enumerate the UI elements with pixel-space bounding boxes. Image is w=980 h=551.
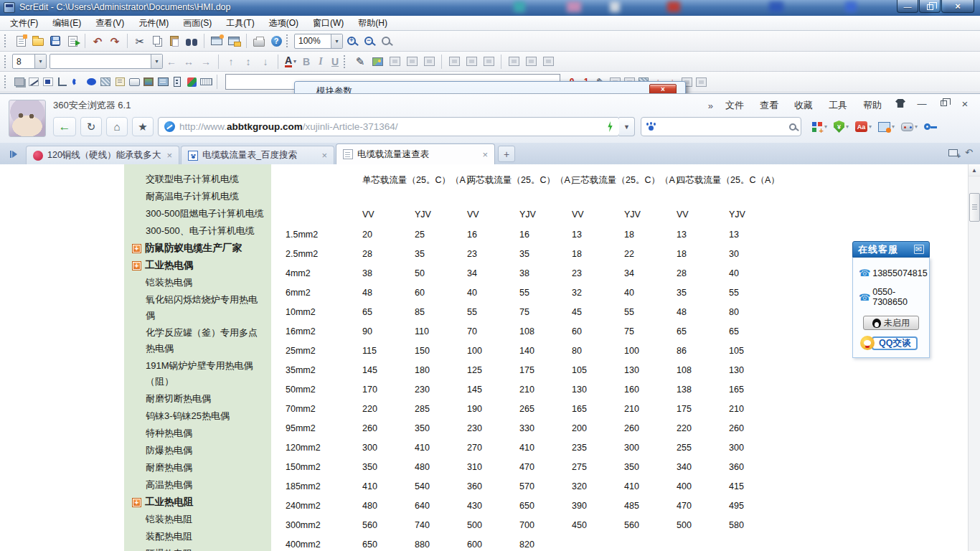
- tab-close-icon[interactable]: ×: [482, 149, 488, 160]
- envelope-icon[interactable]: ✉: [914, 245, 924, 254]
- sidebar-item[interactable]: +工业热电偶: [124, 258, 271, 273]
- select-tool-button[interactable]: [12, 73, 27, 90]
- search-input[interactable]: [659, 121, 786, 132]
- cut-button[interactable]: ✂: [131, 32, 149, 50]
- screlit-close-button[interactable]: ×: [941, 0, 974, 13]
- restore-closed-tab-icon[interactable]: ↶: [965, 147, 973, 158]
- polyline-tool-button[interactable]: [55, 73, 70, 90]
- dictionary-extension-button[interactable]: Aa▾: [855, 121, 872, 132]
- url-text[interactable]: http://www.abbtkgroup.com/xujinli-Articl…: [179, 121, 603, 132]
- chevron-down-icon[interactable]: ▾: [824, 123, 827, 130]
- screenshot-extension-button[interactable]: ▾: [878, 122, 895, 132]
- sidebar-item[interactable]: 耐磨切断热电偶: [124, 391, 271, 407]
- sidebar-item[interactable]: 特种热电偶: [124, 425, 271, 441]
- skin-button[interactable]: [890, 96, 911, 110]
- draw-line-button[interactable]: ✎: [352, 53, 369, 70]
- cs-panel-header[interactable]: 在线客服 ✉: [852, 241, 930, 258]
- window-button-2[interactable]: [694, 73, 708, 90]
- redo-button[interactable]: ↷: [106, 32, 123, 50]
- sidebar-item[interactable]: 191M锅炉炉壁专用热电偶（阻）: [124, 358, 271, 390]
- sidebar-item[interactable]: 隔爆热电阻: [124, 546, 271, 551]
- new-file-button[interactable]: [12, 32, 29, 50]
- browser-tab[interactable]: 电缆载流量表_百度搜索×: [181, 146, 334, 164]
- browser-restore-button[interactable]: [933, 96, 954, 110]
- line-tool-button[interactable]: [27, 73, 41, 90]
- align-obj-left-button[interactable]: [446, 53, 463, 70]
- undo-button[interactable]: ↶: [89, 32, 106, 50]
- screlit-menu-item[interactable]: 窗口(W): [306, 16, 351, 30]
- help-button[interactable]: ?: [268, 32, 285, 50]
- browser-menu-item[interactable]: 收藏: [788, 98, 819, 113]
- italic-button[interactable]: I: [314, 53, 328, 70]
- sidebar-item[interactable]: 钨铼3-钨铼25热电偶: [124, 408, 271, 424]
- refresh-button[interactable]: ↻: [80, 117, 102, 136]
- color-tool-button[interactable]: [184, 73, 199, 90]
- sidebar-item[interactable]: 交联型电子计算机电缆: [124, 171, 271, 187]
- same-width-button[interactable]: [505, 53, 522, 70]
- same-size-button[interactable]: [540, 53, 557, 70]
- search-magnifier-icon[interactable]: [789, 123, 796, 131]
- toolbar-grip[interactable]: [344, 55, 348, 68]
- sidebar-item[interactable]: 耐高温电子计算机电缆: [124, 189, 271, 204]
- scroll-up-button[interactable]: ▲: [969, 164, 980, 176]
- picture-tool-button[interactable]: [141, 73, 156, 90]
- sidebar-item[interactable]: +工业热电阻: [124, 494, 271, 510]
- align-obj-center-button[interactable]: [463, 53, 480, 70]
- chevron-down-icon[interactable]: ▾: [915, 123, 918, 130]
- export-button[interactable]: [64, 32, 81, 50]
- browser-close-button[interactable]: ×: [954, 96, 976, 110]
- user-avatar[interactable]: [9, 100, 46, 137]
- underline-button[interactable]: U: [328, 53, 342, 70]
- align-left-button[interactable]: ←: [163, 53, 180, 70]
- copy-button[interactable]: [149, 32, 166, 50]
- screlit-menu-item[interactable]: 选项(O): [262, 16, 306, 30]
- keyboard-tool-button[interactable]: [199, 73, 213, 90]
- font-color-button[interactable]: A▾: [282, 53, 299, 70]
- find-button[interactable]: [183, 32, 200, 50]
- tag-tool-button[interactable]: [113, 73, 127, 90]
- tab-list-button[interactable]: [6, 147, 22, 161]
- sidebar-item[interactable]: 铠装热电偶: [124, 275, 271, 291]
- sidebar-item[interactable]: 化学反应罐（釜）专用多点热电偶: [124, 325, 271, 357]
- chevron-down-icon[interactable]: ▾: [331, 34, 342, 48]
- screlit-restore-button[interactable]: [919, 0, 941, 13]
- chevron-down-icon[interactable]: ▾: [846, 123, 849, 130]
- align-right-button[interactable]: →: [197, 53, 215, 70]
- qq-offline-button[interactable]: 未启用: [863, 316, 919, 330]
- sidebar-item[interactable]: 300-500、电子计算机电缆: [124, 223, 271, 239]
- tab-close-icon[interactable]: ×: [321, 150, 327, 161]
- size-to-fit-button[interactable]: [386, 53, 403, 70]
- toolbar-grip[interactable]: [286, 34, 291, 47]
- chevron-down-icon[interactable]: ▾: [869, 123, 872, 130]
- toolbar-grip[interactable]: [4, 34, 9, 47]
- toolbar-grip[interactable]: [4, 75, 9, 88]
- same-height-button[interactable]: [522, 53, 540, 70]
- back-button[interactable]: ←: [53, 117, 76, 136]
- toolbar-grip[interactable]: [4, 55, 9, 68]
- screlit-menu-item[interactable]: 查看(V): [88, 16, 131, 30]
- new-window-icon[interactable]: [948, 149, 958, 156]
- font-name-combo[interactable]: ▾: [50, 54, 163, 69]
- qq-chat-row[interactable]: QQ交谈: [860, 336, 929, 350]
- screen-tool-button[interactable]: [156, 73, 170, 90]
- games-extension-button[interactable]: ▾: [901, 123, 918, 131]
- browser-tab[interactable]: 电缆载流量速查表×: [336, 143, 495, 164]
- panel-tool-button[interactable]: [170, 73, 184, 90]
- open-screen-button[interactable]: [225, 32, 242, 50]
- security-extension-button[interactable]: ¥▾: [834, 121, 849, 133]
- qq-chat-button[interactable]: QQ交谈: [872, 336, 918, 350]
- password-extension-button[interactable]: [924, 123, 935, 130]
- new-screen-button[interactable]: [208, 32, 225, 50]
- screlit-menu-item[interactable]: 元件(M): [131, 16, 176, 30]
- search-box[interactable]: [641, 117, 801, 136]
- print-button[interactable]: [250, 32, 268, 50]
- zoom-out-button[interactable]: −: [360, 32, 377, 50]
- button-tool-button[interactable]: [127, 73, 141, 90]
- sidebar-item[interactable]: +防鼠防蚁电缆生产厂家: [124, 240, 271, 256]
- screlit-menu-item[interactable]: 帮助(H): [351, 16, 395, 30]
- browser-menu-item[interactable]: 查看: [753, 98, 785, 113]
- chevron-down-icon[interactable]: ▾: [34, 55, 46, 68]
- screlit-menu-item[interactable]: 工具(T): [219, 16, 261, 30]
- sidebar-item[interactable]: 氧化铝闪烁焙烧炉专用热电偶: [124, 292, 271, 324]
- sidebar-item[interactable]: 耐磨热电偶: [124, 460, 271, 476]
